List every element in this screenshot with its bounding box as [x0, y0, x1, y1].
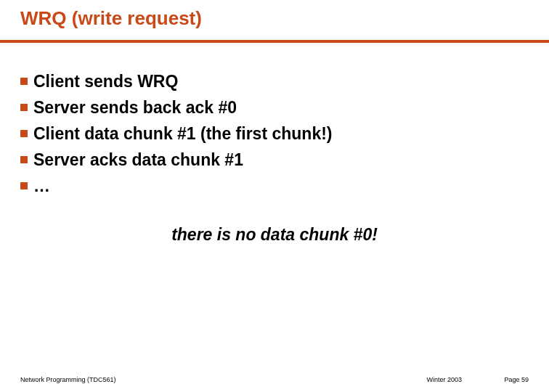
slide-title: WRQ (write request) — [20, 7, 202, 30]
slide: WRQ (write request) Client sends WRQ Ser… — [0, 0, 549, 392]
bullet-text: … — [33, 176, 50, 197]
bullet-text: Server acks data chunk #1 — [33, 150, 243, 171]
bullet-text: Client sends WRQ — [33, 71, 178, 93]
bullet-icon — [20, 130, 28, 137]
title-underline — [0, 40, 549, 43]
bullet-icon — [20, 156, 28, 163]
list-item: … — [20, 176, 529, 197]
footer-course: Network Programming (TDC561) — [20, 376, 116, 383]
bullet-icon — [20, 78, 28, 85]
bullet-text: Client data chunk #1 (the first chunk!) — [33, 123, 333, 145]
bullet-icon — [20, 104, 28, 111]
bullet-text: Server sends back ack #0 — [33, 97, 237, 119]
emphasis-note: there is no data chunk #0! — [0, 225, 549, 245]
list-item: Client data chunk #1 (the first chunk!) — [20, 123, 529, 145]
footer-page: Page 59 — [504, 376, 529, 383]
bullet-icon — [20, 182, 28, 189]
bullet-list: Client sends WRQ Server sends back ack #… — [20, 71, 529, 201]
list-item: Server sends back ack #0 — [20, 97, 529, 119]
footer-term: Winter 2003 — [426, 376, 462, 383]
list-item: Client sends WRQ — [20, 71, 529, 93]
list-item: Server acks data chunk #1 — [20, 150, 529, 171]
